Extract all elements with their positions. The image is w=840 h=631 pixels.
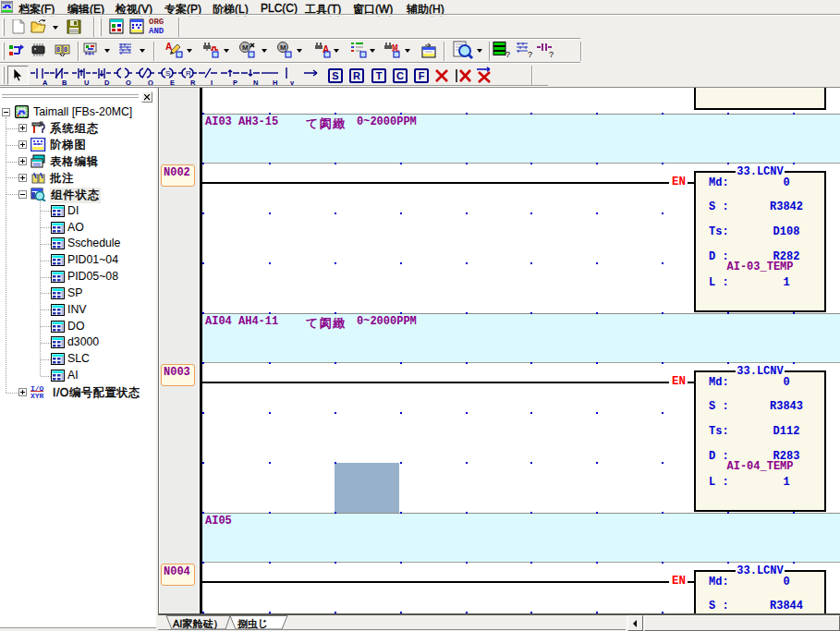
svg-text:8: 8 <box>64 46 67 53</box>
svg-text:?: ? <box>549 50 554 58</box>
svg-text:M: M <box>280 43 286 52</box>
svg-text:?: ? <box>505 50 510 58</box>
svg-text:8: 8 <box>56 46 60 53</box>
svg-text:M: M <box>392 42 398 51</box>
svg-text:R: R <box>186 69 191 78</box>
svg-text:S: S <box>165 69 170 78</box>
svg-text:?: ? <box>528 50 532 58</box>
svg-text:M: M <box>242 43 249 52</box>
